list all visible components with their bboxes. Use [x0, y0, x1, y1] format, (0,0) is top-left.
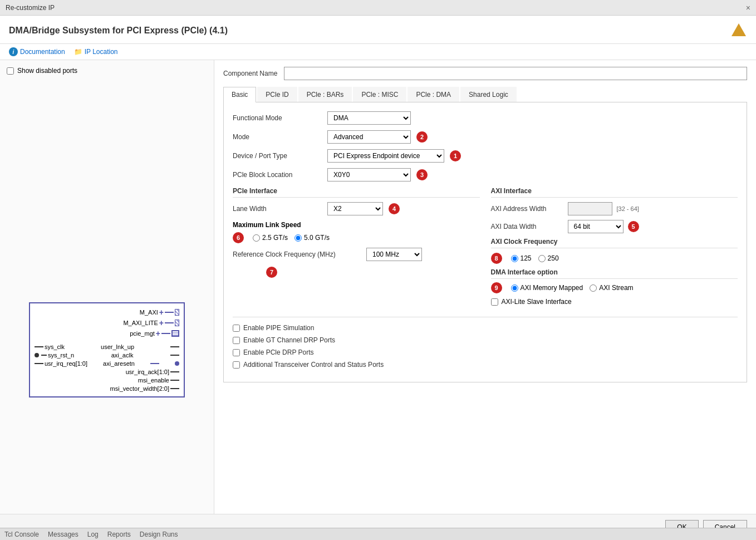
axi-address-width-input[interactable]: 64	[568, 202, 612, 215]
dma-interface-title: DMA Interface option	[491, 268, 738, 279]
link-speed-radio-group: 6 2.5 GT/s 5.0 GT/s	[233, 232, 480, 243]
dma-interface-section: DMA Interface option 9 AXI Memory Mapped…	[491, 268, 738, 306]
m-axi-lite-plus: +	[159, 318, 164, 327]
dma-stream-radio[interactable]	[590, 284, 597, 292]
two-column-section: PCle Interface Lane Width X1 X2 X4 X8 4	[233, 187, 738, 310]
status-design-runs[interactable]: Design Runs	[140, 531, 178, 538]
max-link-speed-section: Maximum Link Speed 6 2.5 GT/s 5.0 GT/s	[233, 221, 480, 243]
clock-125-option[interactable]: 125	[511, 254, 532, 262]
axi-lite-slave-checkbox[interactable]	[491, 298, 498, 306]
device-port-type-select[interactable]: PCI Express Endpoint device Root Port of…	[327, 149, 444, 163]
axi-data-width-label: AXI Data Width	[491, 223, 563, 230]
port-msi-enable: msi_enable	[35, 377, 179, 384]
axi-address-width-range: [32 - 64]	[617, 205, 639, 212]
m-axi-plus: +	[159, 308, 164, 317]
clock-250-option[interactable]: 250	[538, 254, 559, 262]
mode-select[interactable]: Basic Advanced	[327, 130, 411, 144]
ref-clock-select[interactable]: 100 MHz 250 MHz	[366, 248, 422, 261]
component-name-row: Component Name xdma_0	[223, 67, 747, 80]
tab-pcie-misc[interactable]: PCle : MISC	[353, 87, 406, 102]
block-diagram: M_AXI + M_AXI_LITE +	[7, 193, 207, 507]
port-sys-rst: sys_rst_n axi_aclk	[35, 352, 179, 359]
show-disabled-ports-row: Show disabled ports	[7, 67, 207, 75]
header: DMA/Bridge Subsystem for PCI Express (PC…	[0, 16, 756, 44]
toolbar: i Documentation 📁 IP Location	[0, 44, 756, 60]
dma-memory-mapped-option[interactable]: AXI Memory Mapped	[511, 284, 583, 292]
pcie-drp-row: Enable PCle DRP Ports	[233, 348, 738, 356]
speed-2-5-option[interactable]: 2.5 GT/s	[253, 234, 288, 242]
svg-marker-0	[732, 23, 746, 36]
status-bar: Tcl Console Messages Log Reports Design …	[0, 528, 756, 540]
device-port-type-label: Device / Port Type	[233, 152, 322, 160]
axi-interface-section: AXI Interface AXI Address Width 64 [32 -…	[491, 187, 738, 310]
separator	[233, 317, 738, 317]
pcie-block-location-select[interactable]: X0Y0 X0Y1 X0Y2	[327, 168, 411, 181]
port-msi-vector: msi_vector_width[2:0]	[35, 385, 179, 392]
additional-transceiver-checkbox[interactable]	[233, 361, 240, 369]
gt-channel-checkbox[interactable]	[233, 337, 240, 344]
clock-250-radio[interactable]	[538, 255, 546, 262]
info-icon: i	[9, 47, 18, 56]
port-pcie-mgt: pcie_mgt +	[35, 329, 179, 338]
tab-content-basic: Functional Mode DMA AXI Bridge AXI Slave…	[223, 102, 747, 382]
mode-row: Mode Basic Advanced 2	[233, 130, 738, 144]
title-bar-text: Re-customize IP	[6, 4, 55, 12]
pcie-block-location-badge: 3	[416, 169, 428, 180]
pipe-sim-label: Enable PIPE Simulation	[243, 324, 314, 332]
bottom-checkboxes: Enable PIPE Simulation Enable GT Channel…	[233, 324, 738, 369]
functional-mode-select[interactable]: DMA AXI Bridge AXI Slave Bridge	[327, 111, 411, 125]
show-disabled-checkbox[interactable]	[7, 67, 14, 75]
pcie-drp-label: Enable PCle DRP Ports	[243, 348, 314, 356]
pcie-block-location-row: PCle Block Location X0Y0 X0Y1 X0Y2 3	[233, 168, 738, 181]
speed-5-0-option[interactable]: 5.0 GT/s	[294, 234, 330, 242]
axi-clock-section: AXI Clock Frequency 8 125 250	[491, 238, 738, 264]
axi-lite-slave-row: AXI-Lite Slave Interface	[491, 298, 738, 306]
lane-width-select[interactable]: X1 X2 X4 X8	[327, 202, 383, 215]
status-tcl-console[interactable]: Tcl Console	[4, 531, 39, 538]
pipe-sim-checkbox[interactable]	[233, 325, 240, 332]
component-name-label: Component Name	[223, 70, 277, 77]
dma-stream-option[interactable]: AXI Stream	[590, 284, 633, 292]
speed-badge: 6	[233, 232, 244, 243]
dma-memory-mapped-radio[interactable]	[511, 284, 518, 292]
functional-mode-row: Functional Mode DMA AXI Bridge AXI Slave…	[233, 111, 738, 125]
ip-block: M_AXI + M_AXI_LITE +	[29, 302, 185, 397]
clock-125-radio[interactable]	[511, 255, 518, 262]
port-m-axi-lite: M_AXI_LITE +	[35, 318, 179, 327]
component-name-input[interactable]: xdma_0	[284, 67, 747, 80]
documentation-link[interactable]: i Documentation	[9, 47, 65, 56]
pcie-drp-checkbox[interactable]	[233, 349, 240, 356]
xilinx-logo	[730, 22, 747, 39]
additional-transceiver-row: Additional Transceiver Control and Statu…	[233, 361, 738, 369]
axi-address-width-label: AXI Address Width	[491, 205, 563, 213]
dma-radio-group: 9 AXI Memory Mapped AXI Stream	[491, 282, 738, 293]
status-log[interactable]: Log	[87, 531, 99, 538]
axi-data-width-select[interactable]: 32 bit 64 bit 128 bit 256 bit 512 bit	[568, 220, 624, 233]
gt-channel-label: Enable GT Channel DRP Ports	[243, 336, 335, 344]
tab-pcie-dma[interactable]: PCle : DMA	[408, 87, 459, 102]
axi-data-width-row: AXI Data Width 32 bit 64 bit 128 bit 256…	[491, 220, 738, 233]
show-disabled-label: Show disabled ports	[17, 67, 77, 75]
speed-2-5-radio[interactable]	[253, 234, 260, 242]
tab-pcie-id[interactable]: PCle ID	[257, 87, 297, 102]
speed-5-0-radio[interactable]	[294, 234, 302, 242]
gt-channel-row: Enable GT Channel DRP Ports	[233, 336, 738, 344]
axi-lite-slave-label: AXI-Lite Slave Interface	[502, 298, 572, 306]
ip-location-link[interactable]: 📁 IP Location	[74, 48, 118, 56]
device-port-type-badge: 1	[450, 150, 461, 161]
ref-clock-label: Reference Clock Frequency (MHz)	[233, 251, 361, 258]
right-panel: Component Name xdma_0 Basic PCle ID PCle…	[214, 60, 756, 514]
tab-basic[interactable]: Basic	[223, 87, 256, 102]
max-link-speed-title: Maximum Link Speed	[233, 221, 480, 229]
close-button[interactable]: ×	[746, 3, 750, 12]
dma-badge: 9	[491, 282, 502, 293]
port-m-axi: M_AXI +	[35, 308, 179, 317]
port-usr-irq-req: usr_irq_req[1:0] axi_aresetn	[35, 360, 179, 367]
status-reports[interactable]: Reports	[107, 531, 131, 538]
tab-pcie-bars[interactable]: PCle : BARs	[298, 87, 352, 102]
status-messages[interactable]: Messages	[48, 531, 78, 538]
title-bar: Re-customize IP ×	[0, 0, 756, 16]
tab-shared-logic[interactable]: Shared Logic	[460, 87, 517, 102]
clock-badge: 8	[491, 253, 502, 264]
ref-clock-badge: 7	[266, 267, 277, 278]
